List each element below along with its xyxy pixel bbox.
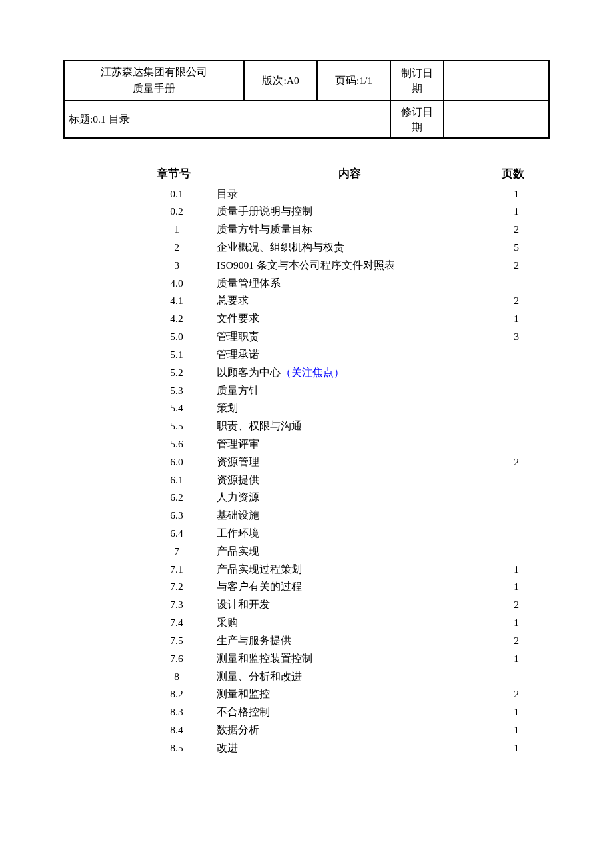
toc-content-text: 测量和监控 [217,688,270,699]
toc-chapter-number: 5.5 [137,417,217,435]
toc-content: 生产与服务提供 [217,632,496,650]
toc-chapter-number: 7 [137,543,217,561]
toc-chapter-number: 0.1 [137,185,217,203]
toc-content: ISO9001 条文与本公司程序文件对照表 [217,257,496,275]
toc-row: 8.4数据分析1 [137,721,536,739]
toc-content-text: 质量手册说明与控制 [217,205,312,217]
toc-chapter-number: 8.2 [137,685,217,703]
toc-content-text: 采购 [217,617,238,628]
toc-row: 5.6管理评审 [137,435,536,453]
toc-content-text: 以顾客为中心 [217,367,281,378]
toc-chapter-number: 6.4 [137,525,217,543]
toc-chapter-number: 7.5 [137,632,217,650]
toc-content: 管理职责 [217,328,496,346]
toc-row: 5.5职责、权限与沟通 [137,417,536,435]
toc-row: 8测量、分析和改进 [137,668,536,686]
toc-row: 7.1产品实现过程策划1 [137,561,536,579]
toc-chapter-number: 7.3 [137,596,217,614]
toc-content: 产品实现 [217,543,496,561]
toc-page-count: 1 [496,185,536,203]
toc-row: 6.4工作环境 [137,525,536,543]
toc-content: 改进 [217,739,496,757]
toc-content-text: 管理承诺 [217,349,259,360]
toc-chapter-number: 5.6 [137,435,217,453]
toc-chapter-number: 5.2 [137,364,217,382]
document-header-table: 江苏森达集团有限公司 质量手册 版次:A0 页码:1/1 制订日期 标题:0.1… [63,60,550,139]
toc-content-text: 资源提供 [217,474,259,485]
toc-page-count: 1 [496,739,536,757]
toc-row: 8.3不合格控制1 [137,703,536,721]
toc-row: 2企业概况、组织机构与权责5 [137,239,536,257]
toc-content-text: 基础设施 [217,509,259,521]
toc-chapter-number: 4.0 [137,275,217,293]
toc-row: 4.1总要求2 [137,292,536,310]
toc-content-text: 企业概况、组织机构与权责 [217,241,344,253]
toc-page-count: 1 [496,721,536,739]
toc-row: 6.0资源管理2 [137,453,536,471]
toc-content: 测量和监控 [217,685,496,703]
toc-chapter-number: 5.4 [137,399,217,417]
toc-content-text: 资源管理 [217,456,259,467]
toc-row: 7产品实现 [137,543,536,561]
toc-content: 资源提供 [217,471,496,489]
company-cell: 江苏森达集团有限公司 质量手册 [64,61,244,101]
toc-chapter-number: 6.2 [137,489,217,507]
toc-row: 0.2质量手册说明与控制1 [137,203,536,221]
toc-chapter-number: 5.0 [137,328,217,346]
toc-page-count: 2 [496,685,536,703]
toc-chapter-number: 5.1 [137,346,217,364]
toc-chapter-number: 7.1 [137,561,217,579]
toc-row: 8.5改进1 [137,739,536,757]
toc-page-count: 2 [496,292,536,310]
toc-content: 与客户有关的过程 [217,578,496,596]
toc-row: 1质量方针与质量目标2 [137,221,536,239]
toc-chapter-number: 4.1 [137,292,217,310]
toc-chapter-number: 4.2 [137,310,217,328]
toc-row: 0.1目录1 [137,185,536,203]
toc-row: 7.2与客户有关的过程1 [137,578,536,596]
toc-row: 5.3质量方针 [137,382,536,400]
toc-row: 7.4采购1 [137,614,536,632]
toc-content: 企业概况、组织机构与权责 [217,239,496,257]
toc-chapter-number: 6.1 [137,471,217,489]
toc-row: 3ISO9001 条文与本公司程序文件对照表2 [137,257,536,275]
toc-content-text: 改进 [217,742,238,753]
toc-content-text: 管理职责 [217,331,259,342]
toc-page-count: 1 [496,561,536,579]
toc-content-text: 生产与服务提供 [217,635,291,646]
toc-chapter-number: 6.3 [137,507,217,525]
toc-content-text: 不合格控制 [217,706,270,717]
toc-content: 设计和开发 [217,596,496,614]
toc-row: 5.1管理承诺 [137,346,536,364]
toc-content: 数据分析 [217,721,496,739]
toc-content-text: ISO9001 条文与本公司程序文件对照表 [217,259,395,271]
toc-row: 8.2测量和监控2 [137,685,536,703]
company-name: 江苏森达集团有限公司 [70,64,238,81]
toc-content: 测量和监控装置控制 [217,650,496,668]
toc-content-text: 测量、分析和改进 [217,671,302,682]
toc-content-text: 数据分析 [217,724,259,735]
toc-page-count: 1 [496,703,536,721]
toc-header-row: 章节号 内容 页数 [137,165,536,183]
toc-row: 5.2以顾客为中心（关注焦点） [137,364,536,382]
toc-content-text: 质量方针与质量目标 [217,223,312,235]
toc-chapter-number: 8.3 [137,703,217,721]
toc-content-text: 产品实现 [217,545,259,557]
page: 江苏森达集团有限公司 质量手册 版次:A0 页码:1/1 制订日期 标题:0.1… [0,0,613,757]
create-date-value [444,61,549,101]
toc-row: 7.3设计和开发2 [137,596,536,614]
toc-row: 6.1资源提供 [137,471,536,489]
toc-content-text: 策划 [217,402,238,413]
version-cell: 版次:A0 [244,61,317,101]
toc-row: 6.2人力资源 [137,489,536,507]
toc-page-count: 2 [496,596,536,614]
toc-content-text: 人力资源 [217,491,259,503]
toc-content-text: 目录 [217,188,238,199]
toc-chapter-number: 7.6 [137,650,217,668]
toc-content: 资源管理 [217,453,496,471]
document-title: 标题:0.1 目录 [64,101,390,139]
toc-row: 4.0质量管理体系 [137,275,536,293]
toc-content: 不合格控制 [217,703,496,721]
toc-content: 管理评审 [217,435,496,453]
toc-content: 质量手册说明与控制 [217,203,496,221]
